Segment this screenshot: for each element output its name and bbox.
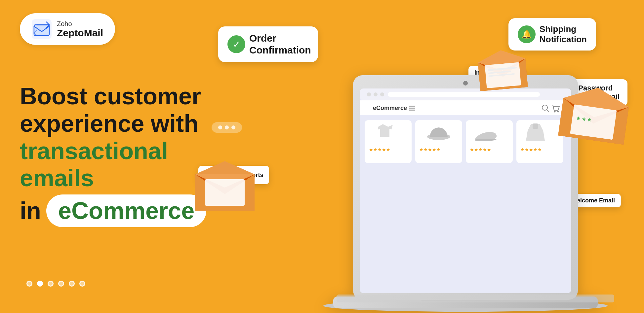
dot-1 — [26, 281, 32, 287]
svg-rect-13 — [388, 92, 540, 97]
svg-point-11 — [374, 92, 378, 96]
hero-line2: experience with — [20, 110, 231, 137]
svg-rect-23 — [365, 120, 412, 163]
logo-zoho: Zoho — [57, 20, 103, 27]
svg-rect-31 — [533, 123, 538, 129]
svg-rect-18 — [409, 110, 415, 111]
svg-text:★★★★★: ★★★★★ — [520, 147, 542, 152]
dot-6 — [79, 281, 85, 287]
shipping-notification-text: ShippingNotification — [540, 24, 587, 45]
svg-text:★★★★★: ★★★★★ — [419, 147, 441, 152]
order-confirmation-icon: ✓ — [227, 35, 245, 53]
center-dot-1 — [218, 125, 222, 129]
zeptomail-logo-icon — [32, 19, 52, 39]
svg-rect-40 — [337, 295, 614, 302]
svg-rect-8 — [360, 88, 571, 293]
invoice-envelope — [474, 47, 531, 94]
hero-line3: transactional emails — [20, 138, 168, 191]
ecommerce-badge: eCommerce — [46, 194, 206, 227]
shipping-notification-bubble: 🔔 ShippingNotification — [508, 18, 596, 51]
keyboard-area — [337, 293, 614, 304]
svg-rect-16 — [409, 106, 415, 107]
svg-point-7 — [463, 81, 468, 86]
shipping-icon: 🔔 — [518, 25, 536, 43]
svg-point-10 — [367, 92, 371, 96]
hero-line1: Boost customer — [20, 83, 231, 110]
logo-text: Zoho ZeptoMail — [57, 20, 103, 38]
password-envelope: * * * — [554, 81, 634, 149]
logo-container: Zoho ZeptoMail — [20, 13, 115, 45]
svg-text:eCommerce: eCommerce — [373, 105, 407, 111]
svg-text:★★★★★: ★★★★★ — [470, 147, 491, 152]
svg-text:★★★★★: ★★★★★ — [369, 147, 390, 152]
order-confirmation-bubble: ✓ OrderConfirmation — [218, 26, 318, 62]
dot-4 — [58, 281, 64, 287]
dot-5 — [69, 281, 75, 287]
ecommerce-badge-text: eCommerce — [58, 197, 194, 224]
hero-in: in — [20, 197, 41, 225]
dot-2 — [37, 281, 43, 287]
svg-point-21 — [554, 111, 556, 113]
logo-zeptomail: ZeptoMail — [57, 27, 103, 38]
dots-decoration — [26, 281, 85, 287]
svg-point-12 — [380, 92, 384, 96]
center-dots — [212, 122, 242, 133]
payment-envelope — [192, 161, 258, 214]
order-confirmation-text: OrderConfirmation — [249, 32, 309, 56]
svg-rect-17 — [409, 108, 415, 109]
center-dot-3 — [231, 125, 235, 129]
svg-text:* * *: * * * — [576, 115, 592, 126]
dot-3 — [48, 281, 54, 287]
svg-rect-28 — [466, 120, 513, 163]
svg-rect-33 — [205, 179, 245, 206]
svg-rect-25 — [415, 120, 462, 163]
center-dot-2 — [225, 125, 229, 129]
